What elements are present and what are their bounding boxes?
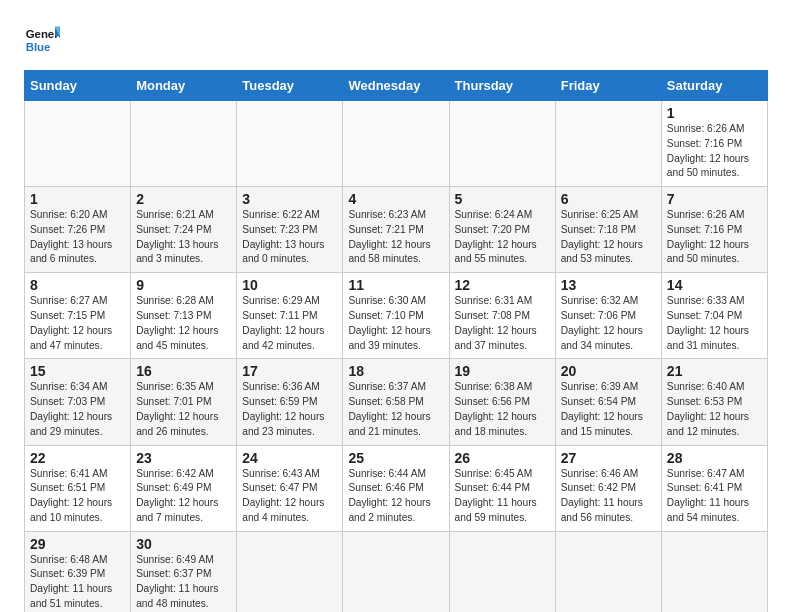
day-info: Sunrise: 6:46 AM Sunset: 6:42 PM Dayligh…	[561, 467, 656, 526]
header-cell-thursday: Thursday	[449, 71, 555, 101]
day-number: 1	[667, 105, 762, 121]
calendar-cell: 20Sunrise: 6:39 AM Sunset: 6:54 PM Dayli…	[555, 359, 661, 445]
calendar-cell: 21Sunrise: 6:40 AM Sunset: 6:53 PM Dayli…	[661, 359, 767, 445]
day-info: Sunrise: 6:22 AM Sunset: 7:23 PM Dayligh…	[242, 208, 337, 267]
day-number: 20	[561, 363, 656, 379]
calendar-cell: 5Sunrise: 6:24 AM Sunset: 7:20 PM Daylig…	[449, 187, 555, 273]
day-info: Sunrise: 6:28 AM Sunset: 7:13 PM Dayligh…	[136, 294, 231, 353]
day-number: 5	[455, 191, 550, 207]
calendar-cell	[555, 531, 661, 612]
calendar-cell: 24Sunrise: 6:43 AM Sunset: 6:47 PM Dayli…	[237, 445, 343, 531]
calendar-cell: 3Sunrise: 6:22 AM Sunset: 7:23 PM Daylig…	[237, 187, 343, 273]
day-number: 14	[667, 277, 762, 293]
calendar-cell	[237, 101, 343, 187]
day-number: 3	[242, 191, 337, 207]
day-number: 11	[348, 277, 443, 293]
calendar-cell	[343, 531, 449, 612]
calendar-cell: 23Sunrise: 6:42 AM Sunset: 6:49 PM Dayli…	[131, 445, 237, 531]
calendar-cell: 13Sunrise: 6:32 AM Sunset: 7:06 PM Dayli…	[555, 273, 661, 359]
day-number: 8	[30, 277, 125, 293]
day-info: Sunrise: 6:38 AM Sunset: 6:56 PM Dayligh…	[455, 380, 550, 439]
day-info: Sunrise: 6:48 AM Sunset: 6:39 PM Dayligh…	[30, 553, 125, 612]
day-info: Sunrise: 6:30 AM Sunset: 7:10 PM Dayligh…	[348, 294, 443, 353]
calendar-cell: 17Sunrise: 6:36 AM Sunset: 6:59 PM Dayli…	[237, 359, 343, 445]
day-number: 7	[667, 191, 762, 207]
calendar-cell: 19Sunrise: 6:38 AM Sunset: 6:56 PM Dayli…	[449, 359, 555, 445]
day-info: Sunrise: 6:42 AM Sunset: 6:49 PM Dayligh…	[136, 467, 231, 526]
calendar-cell	[555, 101, 661, 187]
day-info: Sunrise: 6:29 AM Sunset: 7:11 PM Dayligh…	[242, 294, 337, 353]
day-number: 15	[30, 363, 125, 379]
calendar-week-2: 1Sunrise: 6:20 AM Sunset: 7:26 PM Daylig…	[25, 187, 768, 273]
calendar-cell	[237, 531, 343, 612]
day-info: Sunrise: 6:31 AM Sunset: 7:08 PM Dayligh…	[455, 294, 550, 353]
day-number: 27	[561, 450, 656, 466]
day-info: Sunrise: 6:36 AM Sunset: 6:59 PM Dayligh…	[242, 380, 337, 439]
calendar-cell	[661, 531, 767, 612]
day-number: 28	[667, 450, 762, 466]
calendar-cell: 1Sunrise: 6:26 AM Sunset: 7:16 PM Daylig…	[661, 101, 767, 187]
calendar-header: SundayMondayTuesdayWednesdayThursdayFrid…	[25, 71, 768, 101]
day-number: 16	[136, 363, 231, 379]
day-number: 10	[242, 277, 337, 293]
calendar-cell: 16Sunrise: 6:35 AM Sunset: 7:01 PM Dayli…	[131, 359, 237, 445]
calendar-cell: 15Sunrise: 6:34 AM Sunset: 7:03 PM Dayli…	[25, 359, 131, 445]
day-info: Sunrise: 6:45 AM Sunset: 6:44 PM Dayligh…	[455, 467, 550, 526]
day-number: 25	[348, 450, 443, 466]
svg-text:Blue: Blue	[26, 41, 51, 53]
calendar-cell: 27Sunrise: 6:46 AM Sunset: 6:42 PM Dayli…	[555, 445, 661, 531]
svg-text:General: General	[26, 28, 60, 40]
calendar-cell: 14Sunrise: 6:33 AM Sunset: 7:04 PM Dayli…	[661, 273, 767, 359]
day-info: Sunrise: 6:26 AM Sunset: 7:16 PM Dayligh…	[667, 208, 762, 267]
calendar-cell: 18Sunrise: 6:37 AM Sunset: 6:58 PM Dayli…	[343, 359, 449, 445]
calendar-table: SundayMondayTuesdayWednesdayThursdayFrid…	[24, 70, 768, 612]
day-info: Sunrise: 6:35 AM Sunset: 7:01 PM Dayligh…	[136, 380, 231, 439]
calendar-cell: 30Sunrise: 6:49 AM Sunset: 6:37 PM Dayli…	[131, 531, 237, 612]
day-number: 26	[455, 450, 550, 466]
page-header: General Blue	[24, 20, 768, 56]
header-cell-friday: Friday	[555, 71, 661, 101]
day-info: Sunrise: 6:39 AM Sunset: 6:54 PM Dayligh…	[561, 380, 656, 439]
calendar-cell	[449, 101, 555, 187]
day-info: Sunrise: 6:26 AM Sunset: 7:16 PM Dayligh…	[667, 122, 762, 181]
day-info: Sunrise: 6:27 AM Sunset: 7:15 PM Dayligh…	[30, 294, 125, 353]
day-number: 21	[667, 363, 762, 379]
calendar-week-4: 15Sunrise: 6:34 AM Sunset: 7:03 PM Dayli…	[25, 359, 768, 445]
calendar-body: 1Sunrise: 6:26 AM Sunset: 7:16 PM Daylig…	[25, 101, 768, 613]
logo: General Blue	[24, 20, 64, 56]
calendar-week-3: 8Sunrise: 6:27 AM Sunset: 7:15 PM Daylig…	[25, 273, 768, 359]
calendar-cell	[131, 101, 237, 187]
day-info: Sunrise: 6:25 AM Sunset: 7:18 PM Dayligh…	[561, 208, 656, 267]
calendar-cell: 11Sunrise: 6:30 AM Sunset: 7:10 PM Dayli…	[343, 273, 449, 359]
day-info: Sunrise: 6:20 AM Sunset: 7:26 PM Dayligh…	[30, 208, 125, 267]
header-cell-tuesday: Tuesday	[237, 71, 343, 101]
day-number: 17	[242, 363, 337, 379]
day-number: 9	[136, 277, 231, 293]
day-info: Sunrise: 6:41 AM Sunset: 6:51 PM Dayligh…	[30, 467, 125, 526]
calendar-cell: 6Sunrise: 6:25 AM Sunset: 7:18 PM Daylig…	[555, 187, 661, 273]
day-number: 4	[348, 191, 443, 207]
day-info: Sunrise: 6:34 AM Sunset: 7:03 PM Dayligh…	[30, 380, 125, 439]
calendar-cell: 22Sunrise: 6:41 AM Sunset: 6:51 PM Dayli…	[25, 445, 131, 531]
calendar-week-1: 1Sunrise: 6:26 AM Sunset: 7:16 PM Daylig…	[25, 101, 768, 187]
header-cell-monday: Monday	[131, 71, 237, 101]
day-info: Sunrise: 6:33 AM Sunset: 7:04 PM Dayligh…	[667, 294, 762, 353]
calendar-cell: 8Sunrise: 6:27 AM Sunset: 7:15 PM Daylig…	[25, 273, 131, 359]
day-number: 12	[455, 277, 550, 293]
day-number: 19	[455, 363, 550, 379]
day-info: Sunrise: 6:47 AM Sunset: 6:41 PM Dayligh…	[667, 467, 762, 526]
header-row: SundayMondayTuesdayWednesdayThursdayFrid…	[25, 71, 768, 101]
calendar-cell: 26Sunrise: 6:45 AM Sunset: 6:44 PM Dayli…	[449, 445, 555, 531]
day-info: Sunrise: 6:32 AM Sunset: 7:06 PM Dayligh…	[561, 294, 656, 353]
day-info: Sunrise: 6:37 AM Sunset: 6:58 PM Dayligh…	[348, 380, 443, 439]
calendar-cell: 12Sunrise: 6:31 AM Sunset: 7:08 PM Dayli…	[449, 273, 555, 359]
day-number: 24	[242, 450, 337, 466]
calendar-week-5: 22Sunrise: 6:41 AM Sunset: 6:51 PM Dayli…	[25, 445, 768, 531]
calendar-cell: 1Sunrise: 6:20 AM Sunset: 7:26 PM Daylig…	[25, 187, 131, 273]
calendar-cell	[25, 101, 131, 187]
calendar-cell: 28Sunrise: 6:47 AM Sunset: 6:41 PM Dayli…	[661, 445, 767, 531]
logo-icon: General Blue	[24, 20, 60, 56]
day-info: Sunrise: 6:21 AM Sunset: 7:24 PM Dayligh…	[136, 208, 231, 267]
header-cell-sunday: Sunday	[25, 71, 131, 101]
day-number: 23	[136, 450, 231, 466]
